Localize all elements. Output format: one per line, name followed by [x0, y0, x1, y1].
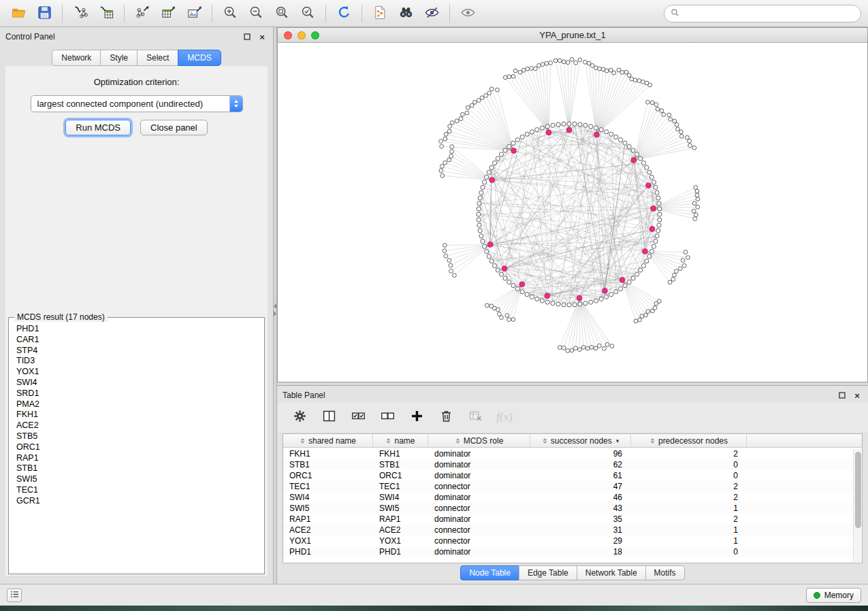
column-header-predecessor-nodes[interactable]: predecessor nodes	[631, 434, 747, 447]
zoom-out-button[interactable]	[243, 3, 269, 24]
open-session-button[interactable]	[5, 3, 31, 24]
run-mcds-button[interactable]: Run MCDS	[65, 120, 131, 135]
tab-select[interactable]: Select	[137, 50, 178, 66]
import-table-button[interactable]	[93, 3, 119, 24]
tab-edge-table[interactable]: Edge Table	[519, 565, 577, 580]
table-row[interactable]: SWI5SWI5connector431	[283, 503, 862, 514]
cell: connector	[428, 525, 530, 535]
apply-layout-button[interactable]	[331, 3, 357, 24]
column-header-successor-nodes[interactable]: successor nodes▾	[530, 434, 631, 447]
mcds-result-item[interactable]: STB5	[10, 431, 263, 442]
tab-style[interactable]: Style	[100, 50, 138, 66]
add-column-button[interactable]	[408, 408, 425, 426]
mcds-result-item[interactable]: GCR1	[10, 496, 263, 507]
column-header-shared-name[interactable]: shared name	[283, 434, 373, 447]
search-field[interactable]	[664, 5, 861, 22]
control-panel-header: Control Panel ×	[0, 27, 273, 46]
close-panel-button[interactable]: ×	[257, 31, 268, 42]
scrollbar-thumb[interactable]	[855, 452, 861, 528]
mcds-result-item[interactable]: SWI5	[10, 474, 263, 485]
mcds-result-item[interactable]: ACE2	[10, 420, 263, 431]
tab-network-table[interactable]: Network Table	[577, 565, 646, 580]
zoom-selected-button[interactable]	[295, 3, 321, 24]
network-title: YPA_prune.txt_1	[278, 30, 867, 40]
memory-label: Memory	[824, 591, 854, 600]
import-network-button[interactable]	[67, 3, 93, 24]
mcds-result-item[interactable]: PHD1	[10, 324, 263, 335]
mcds-result-list[interactable]: PHD1CAR1STP4TID3YOX1SWI4SRD1PMA2FKH1ACE2…	[10, 318, 263, 573]
table-row[interactable]: PHD1PHD1dominator180	[283, 546, 862, 557]
search-input[interactable]	[683, 7, 861, 20]
hide-selected-button[interactable]	[419, 3, 445, 24]
tab-motifs[interactable]: Motifs	[645, 565, 685, 580]
network-canvas[interactable]	[278, 43, 867, 382]
delete-table-button[interactable]	[466, 408, 484, 426]
mcds-result-item[interactable]: TID3	[10, 356, 263, 367]
mcds-result-item[interactable]: TEC1	[10, 485, 263, 496]
function-builder-button[interactable]: f(x)	[496, 408, 513, 426]
float-table-panel-button[interactable]	[837, 390, 848, 401]
table-scrollbar[interactable]	[853, 449, 861, 562]
zoom-fit-button[interactable]	[269, 3, 295, 24]
mcds-result-item[interactable]: PMA2	[10, 399, 263, 410]
tab-network[interactable]: Network	[52, 50, 101, 66]
tab-mcds[interactable]: MCDS	[178, 50, 221, 66]
select-all-button[interactable]	[349, 408, 367, 426]
mcds-result-item[interactable]: ORC1	[10, 442, 263, 453]
cell: SWI5	[283, 503, 373, 514]
mcds-result-item[interactable]: FKH1	[10, 410, 263, 420]
column-header-name[interactable]: name	[373, 434, 428, 447]
optimization-criterion-select[interactable]: largest connected component (undirected)	[31, 95, 243, 112]
panel-menu-button[interactable]	[7, 589, 22, 602]
table-row[interactable]: STB1STB1dominator620	[283, 459, 862, 470]
mcds-result-item[interactable]: STP4	[10, 346, 263, 357]
table-row[interactable]: ACE2ACE2connector311	[283, 525, 862, 535]
table-row[interactable]: RAP1RAP1dominator352	[283, 514, 862, 525]
sort-icon	[385, 437, 391, 444]
table-row[interactable]: TEC1TEC1connector472	[283, 481, 862, 492]
export-network-button[interactable]	[129, 3, 155, 24]
cell: 62	[530, 459, 631, 470]
mcds-result-item[interactable]: STB1	[10, 463, 263, 474]
sort-icon	[649, 437, 656, 444]
binoculars-search-button[interactable]	[393, 3, 419, 24]
mcds-result-item[interactable]: SWI4	[10, 378, 263, 389]
sort-icon	[542, 437, 548, 444]
table-row[interactable]: ORC1ORC1dominator610	[283, 470, 862, 481]
eye-slash-icon	[424, 5, 440, 22]
mcds-result-item[interactable]: YOX1	[10, 367, 263, 378]
mcds-result-item[interactable]: SRD1	[10, 389, 263, 399]
table-settings-button[interactable]	[291, 408, 308, 426]
export-image-button[interactable]	[181, 3, 207, 24]
show-hidden-button[interactable]	[455, 3, 481, 24]
show-columns-button[interactable]	[320, 408, 338, 426]
deselect-all-button[interactable]	[379, 408, 396, 426]
cell: 96	[530, 448, 631, 459]
cell: 61	[530, 470, 631, 481]
trash-icon	[439, 409, 453, 425]
control-panel-tabs: NetworkStyleSelectMCDS	[0, 50, 273, 66]
tab-node-table[interactable]: Node Table	[460, 565, 519, 580]
share-document-button[interactable]	[367, 3, 393, 24]
cell: SWI5	[373, 503, 428, 514]
close-table-panel-button[interactable]: ×	[852, 390, 863, 401]
cell: TEC1	[283, 481, 373, 492]
memory-button[interactable]: Memory	[806, 588, 861, 603]
toolbar-separator	[449, 5, 450, 22]
table-row[interactable]: YOX1YOX1connector291	[283, 535, 862, 546]
export-table-button[interactable]	[155, 3, 181, 24]
float-panel-button[interactable]	[242, 31, 253, 42]
delete-column-button[interactable]	[437, 408, 455, 426]
close-panel-action-button[interactable]: Close panel	[140, 120, 208, 135]
cell: YOX1	[373, 535, 428, 546]
table-row[interactable]: SWI4SWI4dominator462	[283, 492, 862, 503]
mcds-result-item[interactable]: CAR1	[10, 335, 263, 346]
table-row[interactable]: FKH1FKH1dominator962	[283, 448, 862, 459]
zoom-in-button[interactable]	[217, 3, 243, 24]
save-session-button[interactable]	[31, 3, 57, 24]
mcds-result-item[interactable]: RAP1	[10, 453, 263, 464]
cell: 2	[631, 514, 747, 525]
mcds-tab-content: Optimization criterion: largest connecte…	[5, 66, 268, 576]
column-header-mcds-role[interactable]: MCDS role	[428, 434, 530, 447]
binoculars-icon	[398, 5, 414, 22]
